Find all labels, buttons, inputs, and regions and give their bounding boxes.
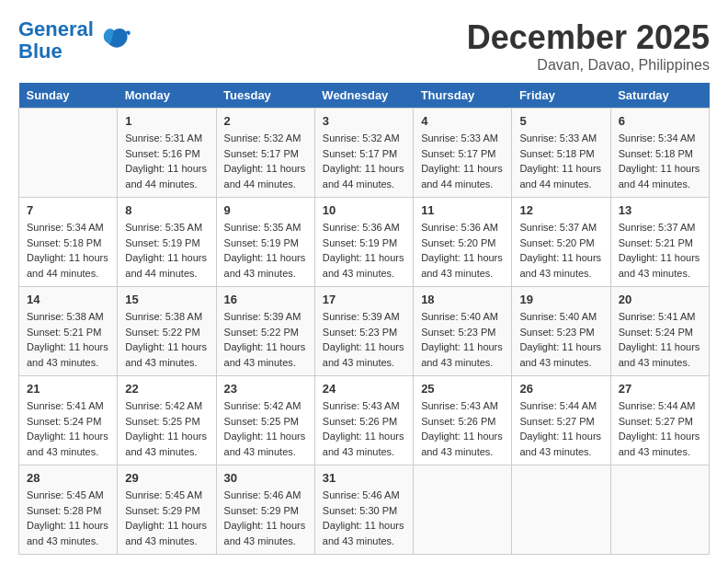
day-info: Sunrise: 5:34 AM Sunset: 5:18 PM Dayligh… (27, 220, 109, 281)
location-text: Davan, Davao, Philippines (467, 57, 710, 74)
day-info: Sunrise: 5:43 AM Sunset: 5:26 PM Dayligh… (421, 398, 504, 459)
calendar-week-row: 1Sunrise: 5:31 AM Sunset: 5:16 PM Daylig… (19, 109, 710, 198)
header-saturday: Saturday (610, 83, 709, 109)
day-info: Sunrise: 5:32 AM Sunset: 5:17 PM Dayligh… (323, 131, 405, 191)
day-number: 10 (323, 203, 405, 217)
day-info: Sunrise: 5:38 AM Sunset: 5:21 PM Dayligh… (27, 309, 109, 370)
day-info: Sunrise: 5:46 AM Sunset: 5:30 PM Dayligh… (323, 488, 405, 548)
calendar-cell (19, 109, 118, 198)
day-info: Sunrise: 5:37 AM Sunset: 5:21 PM Dayligh… (619, 220, 701, 281)
calendar-cell: 28Sunrise: 5:45 AM Sunset: 5:28 PM Dayli… (19, 465, 118, 555)
header-monday: Monday (118, 83, 216, 109)
day-info: Sunrise: 5:39 AM Sunset: 5:22 PM Dayligh… (224, 309, 307, 370)
day-info: Sunrise: 5:44 AM Sunset: 5:27 PM Dayligh… (619, 398, 701, 459)
calendar-cell (610, 465, 709, 555)
month-year-title: December 2025 (467, 18, 710, 57)
day-info: Sunrise: 5:45 AM Sunset: 5:28 PM Dayligh… (27, 488, 109, 548)
calendar-cell: 22Sunrise: 5:42 AM Sunset: 5:25 PM Dayli… (118, 376, 216, 465)
day-number: 7 (27, 203, 109, 217)
calendar-cell: 26Sunrise: 5:44 AM Sunset: 5:27 PM Dayli… (512, 376, 610, 465)
calendar-cell: 15Sunrise: 5:38 AM Sunset: 5:22 PM Dayli… (118, 287, 216, 376)
header-sunday: Sunday (19, 83, 118, 109)
calendar-cell (414, 465, 512, 555)
header-friday: Friday (512, 83, 610, 109)
day-info: Sunrise: 5:36 AM Sunset: 5:20 PM Dayligh… (421, 220, 504, 281)
day-number: 11 (421, 203, 504, 217)
calendar-week-row: 14Sunrise: 5:38 AM Sunset: 5:21 PM Dayli… (19, 287, 710, 376)
calendar-cell: 27Sunrise: 5:44 AM Sunset: 5:27 PM Dayli… (610, 376, 709, 465)
header-wednesday: Wednesday (314, 83, 413, 109)
day-number: 4 (421, 114, 504, 128)
calendar-cell: 12Sunrise: 5:37 AM Sunset: 5:20 PM Dayli… (512, 198, 610, 287)
calendar-cell: 13Sunrise: 5:37 AM Sunset: 5:21 PM Dayli… (610, 198, 709, 287)
day-info: Sunrise: 5:34 AM Sunset: 5:18 PM Dayligh… (619, 131, 701, 191)
day-info: Sunrise: 5:36 AM Sunset: 5:19 PM Dayligh… (323, 220, 405, 281)
calendar-cell: 2Sunrise: 5:32 AM Sunset: 5:17 PM Daylig… (216, 109, 314, 198)
day-info: Sunrise: 5:37 AM Sunset: 5:20 PM Dayligh… (519, 220, 602, 281)
day-info: Sunrise: 5:40 AM Sunset: 5:23 PM Dayligh… (519, 309, 602, 370)
calendar-cell: 17Sunrise: 5:39 AM Sunset: 5:23 PM Dayli… (314, 287, 413, 376)
header-thursday: Thursday (414, 83, 512, 109)
day-info: Sunrise: 5:43 AM Sunset: 5:26 PM Dayligh… (323, 398, 405, 459)
calendar-cell: 9Sunrise: 5:35 AM Sunset: 5:19 PM Daylig… (216, 198, 314, 287)
day-info: Sunrise: 5:41 AM Sunset: 5:24 PM Dayligh… (619, 309, 701, 370)
day-info: Sunrise: 5:45 AM Sunset: 5:29 PM Dayligh… (125, 488, 208, 548)
calendar-cell: 19Sunrise: 5:40 AM Sunset: 5:23 PM Dayli… (512, 287, 610, 376)
day-number: 19 (519, 293, 602, 306)
calendar-table: SundayMondayTuesdayWednesdayThursdayFrid… (18, 83, 710, 555)
calendar-cell: 6Sunrise: 5:34 AM Sunset: 5:18 PM Daylig… (610, 109, 709, 198)
header-tuesday: Tuesday (216, 83, 314, 109)
calendar-cell: 4Sunrise: 5:33 AM Sunset: 5:17 PM Daylig… (414, 109, 512, 198)
day-number: 15 (125, 293, 208, 306)
day-number: 12 (519, 203, 602, 217)
calendar-cell: 5Sunrise: 5:33 AM Sunset: 5:18 PM Daylig… (512, 109, 610, 198)
day-info: Sunrise: 5:35 AM Sunset: 5:19 PM Dayligh… (125, 220, 208, 281)
day-number: 1 (125, 114, 208, 128)
day-number: 8 (125, 203, 208, 217)
calendar-cell (512, 465, 610, 555)
calendar-cell: 16Sunrise: 5:39 AM Sunset: 5:22 PM Dayli… (216, 287, 314, 376)
day-number: 25 (421, 382, 504, 396)
calendar-cell: 25Sunrise: 5:43 AM Sunset: 5:26 PM Dayli… (414, 376, 512, 465)
title-block: December 2025 Davan, Davao, Philippines (467, 18, 710, 74)
day-number: 28 (27, 471, 109, 485)
calendar-cell: 24Sunrise: 5:43 AM Sunset: 5:26 PM Dayli… (314, 376, 413, 465)
calendar-cell: 29Sunrise: 5:45 AM Sunset: 5:29 PM Dayli… (118, 465, 216, 555)
day-info: Sunrise: 5:33 AM Sunset: 5:18 PM Dayligh… (519, 131, 602, 191)
page-header: General Blue December 2025 Davan, Davao,… (18, 18, 710, 74)
calendar-week-row: 28Sunrise: 5:45 AM Sunset: 5:28 PM Dayli… (19, 465, 710, 555)
day-info: Sunrise: 5:44 AM Sunset: 5:27 PM Dayligh… (519, 398, 602, 459)
day-info: Sunrise: 5:42 AM Sunset: 5:25 PM Dayligh… (224, 398, 307, 459)
day-number: 26 (519, 382, 602, 396)
day-number: 31 (323, 471, 405, 485)
day-number: 21 (27, 382, 109, 396)
day-number: 29 (125, 471, 208, 485)
day-number: 23 (224, 382, 307, 396)
calendar-cell: 1Sunrise: 5:31 AM Sunset: 5:16 PM Daylig… (118, 109, 216, 198)
day-number: 3 (323, 114, 405, 128)
calendar-cell: 3Sunrise: 5:32 AM Sunset: 5:17 PM Daylig… (314, 109, 413, 198)
day-number: 9 (224, 203, 307, 217)
day-number: 22 (125, 382, 208, 396)
day-info: Sunrise: 5:33 AM Sunset: 5:17 PM Dayligh… (421, 131, 504, 191)
day-number: 18 (421, 293, 504, 306)
logo-text2: Blue (18, 40, 94, 63)
day-info: Sunrise: 5:40 AM Sunset: 5:23 PM Dayligh… (421, 309, 504, 370)
day-info: Sunrise: 5:41 AM Sunset: 5:24 PM Dayligh… (27, 398, 109, 459)
calendar-cell: 23Sunrise: 5:42 AM Sunset: 5:25 PM Dayli… (216, 376, 314, 465)
calendar-cell: 8Sunrise: 5:35 AM Sunset: 5:19 PM Daylig… (118, 198, 216, 287)
day-info: Sunrise: 5:39 AM Sunset: 5:23 PM Dayligh… (323, 309, 405, 370)
logo: General Blue (18, 18, 131, 63)
day-number: 5 (519, 114, 602, 128)
day-info: Sunrise: 5:38 AM Sunset: 5:22 PM Dayligh… (125, 309, 208, 370)
day-number: 27 (619, 382, 701, 396)
day-info: Sunrise: 5:31 AM Sunset: 5:16 PM Dayligh… (125, 131, 208, 191)
calendar-cell: 31Sunrise: 5:46 AM Sunset: 5:30 PM Dayli… (314, 465, 413, 555)
calendar-week-row: 7Sunrise: 5:34 AM Sunset: 5:18 PM Daylig… (19, 198, 710, 287)
calendar-cell: 20Sunrise: 5:41 AM Sunset: 5:24 PM Dayli… (610, 287, 709, 376)
day-number: 6 (619, 114, 701, 128)
calendar-cell: 21Sunrise: 5:41 AM Sunset: 5:24 PM Dayli… (19, 376, 118, 465)
calendar-cell: 7Sunrise: 5:34 AM Sunset: 5:18 PM Daylig… (19, 198, 118, 287)
calendar-cell: 30Sunrise: 5:46 AM Sunset: 5:29 PM Dayli… (216, 465, 314, 555)
day-number: 24 (323, 382, 405, 396)
